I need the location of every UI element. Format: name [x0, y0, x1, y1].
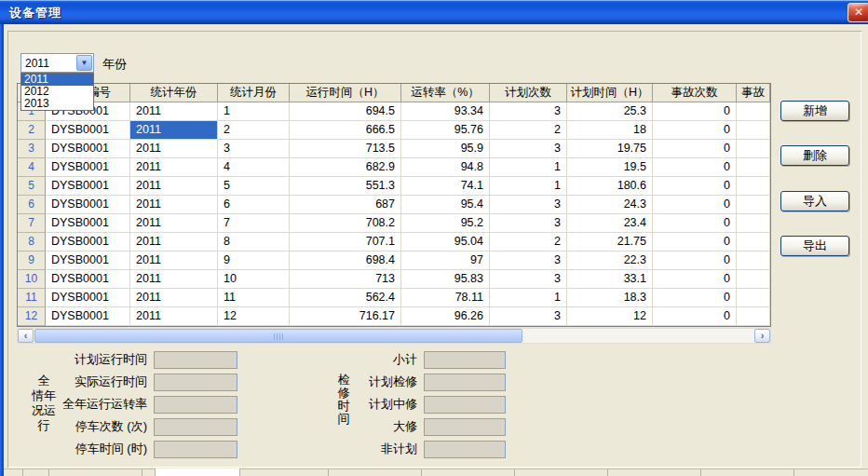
- table-cell[interactable]: 713.5: [290, 140, 401, 158]
- row-header[interactable]: 7: [18, 214, 46, 233]
- table-cell[interactable]: [737, 307, 770, 326]
- table-cell[interactable]: [737, 140, 770, 158]
- table-cell[interactable]: DYSB0001: [46, 270, 130, 289]
- table-cell[interactable]: 2011: [130, 307, 218, 326]
- export-button[interactable]: 导出: [780, 236, 849, 256]
- table-cell[interactable]: 8: [218, 233, 290, 252]
- table-cell[interactable]: 0: [653, 307, 737, 326]
- row-header[interactable]: 2: [18, 121, 46, 140]
- table-cell[interactable]: 3: [490, 252, 567, 270]
- row-header[interactable]: 5: [18, 177, 46, 196]
- table-cell[interactable]: 713: [290, 270, 401, 289]
- table-cell[interactable]: 7: [218, 214, 290, 233]
- table-cell[interactable]: 2011: [130, 177, 218, 196]
- bottom-tab-strip[interactable]: [4, 469, 868, 476]
- table-cell[interactable]: 562.4: [290, 289, 401, 307]
- delete-button[interactable]: 删除: [780, 145, 849, 166]
- table-cell[interactable]: 25.3: [567, 102, 653, 121]
- table-cell[interactable]: DYSB0001: [46, 307, 130, 326]
- table-cell[interactable]: DYSB0001: [46, 196, 130, 214]
- table-cell[interactable]: 2: [490, 233, 567, 252]
- field-input[interactable]: [424, 418, 506, 436]
- table-cell[interactable]: [737, 177, 770, 196]
- field-input[interactable]: [154, 418, 237, 436]
- table-cell[interactable]: DYSB0001: [46, 140, 130, 158]
- table-cell[interactable]: 0: [653, 214, 737, 233]
- table-cell[interactable]: 4: [218, 158, 290, 177]
- table-cell[interactable]: [737, 102, 770, 121]
- scroll-right-icon[interactable]: ›: [754, 329, 770, 343]
- column-header-1[interactable]: 统计年份: [130, 84, 218, 102]
- table-cell[interactable]: 2011: [130, 102, 218, 121]
- table-cell[interactable]: 694.5: [290, 102, 401, 121]
- table-cell[interactable]: 18.3: [567, 289, 653, 307]
- table-cell[interactable]: DYSB0001: [46, 289, 130, 307]
- table-cell[interactable]: 2011: [130, 158, 218, 177]
- table-cell[interactable]: 2011: [130, 196, 218, 214]
- year-combobox[interactable]: 2011 ▼: [20, 53, 94, 73]
- table-cell[interactable]: 5: [218, 177, 290, 196]
- table-cell[interactable]: [737, 233, 770, 252]
- column-header-2[interactable]: 统计月份: [218, 84, 290, 102]
- row-header[interactable]: 9: [18, 252, 46, 270]
- close-icon[interactable]: ✕: [848, 3, 868, 22]
- table-cell[interactable]: 2011: [130, 270, 218, 289]
- table-cell[interactable]: 23.4: [567, 214, 653, 233]
- field-input[interactable]: [154, 351, 237, 369]
- table-cell[interactable]: 97: [401, 252, 490, 270]
- table-cell[interactable]: 0: [653, 158, 737, 177]
- table-cell[interactable]: DYSB0001: [46, 252, 130, 270]
- add-button[interactable]: 新增: [780, 101, 849, 121]
- table-cell[interactable]: 3: [490, 102, 567, 121]
- table-cell[interactable]: 93.34: [401, 102, 490, 121]
- table-cell[interactable]: 0: [653, 270, 737, 289]
- table-cell[interactable]: 95.4: [401, 196, 490, 214]
- table-cell[interactable]: 0: [653, 121, 737, 140]
- field-input[interactable]: [424, 396, 506, 414]
- column-header-4[interactable]: 运转率（%）: [401, 84, 490, 102]
- row-header[interactable]: 3: [18, 140, 46, 158]
- table-cell[interactable]: 3: [490, 140, 567, 158]
- table-cell[interactable]: 24.3: [567, 196, 653, 214]
- titlebar[interactable]: 设备管理 ✕: [0, 0, 868, 24]
- table-cell[interactable]: 0: [653, 196, 737, 214]
- table-cell[interactable]: 19.75: [567, 140, 653, 158]
- table-cell[interactable]: 551.3: [290, 177, 401, 196]
- field-input[interactable]: [424, 441, 506, 458]
- field-input[interactable]: [424, 374, 506, 391]
- table-cell[interactable]: 78.11: [401, 289, 490, 307]
- table-cell[interactable]: 95.76: [401, 121, 490, 140]
- column-header-5[interactable]: 计划次数: [490, 84, 567, 102]
- table-cell[interactable]: 95.04: [401, 233, 490, 252]
- table-cell[interactable]: 21.75: [567, 233, 653, 252]
- column-header-7[interactable]: 事故次数: [653, 84, 737, 102]
- column-header-6[interactable]: 计划时间（H）: [567, 84, 653, 102]
- table-cell[interactable]: 22.3: [567, 252, 653, 270]
- table-cell[interactable]: 2: [490, 121, 567, 140]
- table-cell[interactable]: 12: [567, 307, 653, 326]
- bottom-tab-selected[interactable]: [155, 469, 240, 476]
- table-cell[interactable]: 1: [490, 177, 567, 196]
- table-cell[interactable]: DYSB0001: [46, 158, 130, 177]
- table-cell[interactable]: 0: [653, 102, 737, 121]
- table-cell[interactable]: 716.17: [290, 307, 401, 326]
- table-cell[interactable]: 11: [218, 289, 290, 307]
- table-cell[interactable]: 682.9: [290, 158, 401, 177]
- table-cell[interactable]: 687: [290, 196, 401, 214]
- table-cell[interactable]: 12: [218, 307, 290, 326]
- scrollbar-thumb[interactable]: [34, 329, 522, 343]
- row-header[interactable]: 11: [18, 289, 46, 307]
- table-cell[interactable]: 0: [653, 177, 737, 196]
- table-cell[interactable]: DYSB0001: [46, 214, 130, 233]
- table-cell[interactable]: 1: [490, 289, 567, 307]
- table-cell[interactable]: [737, 158, 770, 177]
- table-cell[interactable]: 2011: [130, 289, 218, 307]
- table-cell[interactable]: DYSB0001: [46, 233, 130, 252]
- scroll-left-icon[interactable]: ‹: [18, 329, 34, 343]
- table-cell[interactable]: 2011: [130, 214, 218, 233]
- table-cell[interactable]: 2011: [130, 252, 218, 270]
- column-header-3[interactable]: 运行时间（H）: [290, 84, 401, 102]
- table-cell[interactable]: [737, 196, 770, 214]
- table-cell[interactable]: 0: [653, 289, 737, 307]
- table-cell[interactable]: 3: [218, 140, 290, 158]
